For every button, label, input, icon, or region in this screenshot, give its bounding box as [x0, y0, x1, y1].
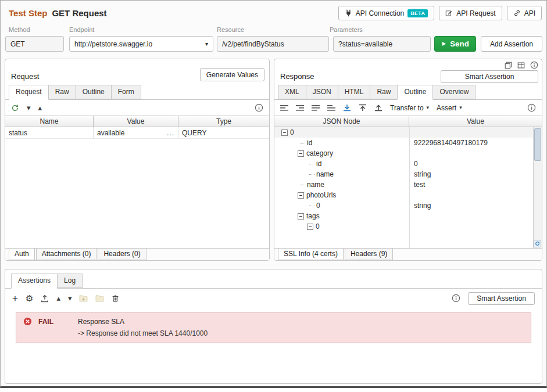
param-value-text: available	[97, 129, 124, 137]
move-down-icon[interactable]: ▾	[68, 294, 72, 302]
smart-assertion-button-assertions[interactable]: Smart Assertion	[468, 292, 535, 305]
tab-ssl-info[interactable]: SSL Info (4 certs)	[278, 249, 344, 260]
json-node-label: photoUrls	[306, 191, 336, 199]
assertions-info-icon[interactable]	[452, 294, 460, 303]
scroll-to-bottom-icon[interactable]	[343, 104, 351, 112]
smart-assertion-label: Smart Assertion	[477, 294, 526, 303]
tab-raw-response[interactable]: Raw	[370, 85, 398, 99]
tab-overview[interactable]: Overview	[432, 85, 476, 99]
api-request-button[interactable]: API Request	[439, 6, 502, 20]
tree-row[interactable]: name test	[274, 179, 542, 190]
assertion-message: -> Response did not meet SLA 1440/1000	[78, 329, 531, 337]
endpoint-combobox[interactable]: http://petstore.swagger.io ▾	[69, 36, 213, 52]
request-panel-header: Request Generate Values	[5, 59, 269, 85]
add-assertion-button[interactable]: Add Assertion	[481, 36, 542, 52]
assert-label: Assert	[437, 104, 456, 112]
generate-values-button[interactable]: Generate Values	[200, 68, 264, 81]
tab-assertions[interactable]: Assertions	[11, 274, 58, 289]
chevron-up-icon[interactable]: ▴	[38, 104, 42, 112]
api-request-label: API Request	[456, 9, 495, 17]
chevron-down-icon[interactable]: ▾	[27, 104, 31, 112]
assert-dropdown[interactable]: Assert ▾	[437, 104, 462, 112]
api-connection-label: API Connection	[356, 9, 404, 17]
edit-value-button[interactable]: ...	[167, 129, 174, 137]
float-panel-icon[interactable]	[505, 62, 512, 69]
smart-assertion-button[interactable]: Smart Assertion	[441, 70, 538, 83]
tab-html[interactable]: HTML	[338, 85, 371, 99]
json-node-value: test	[409, 181, 542, 189]
tab-raw[interactable]: Raw	[48, 85, 76, 99]
tree-row[interactable]: name string	[274, 169, 542, 179]
import-assertion-icon[interactable]	[41, 294, 49, 303]
parameters-field[interactable]: ?status=available	[333, 36, 431, 52]
tab-auth[interactable]: Auth	[9, 249, 35, 260]
param-name-cell[interactable]: status	[5, 127, 94, 138]
scroll-to-top-icon[interactable]	[359, 104, 367, 112]
tree-row[interactable]: id 0	[274, 159, 542, 169]
tree-row[interactable]: 0 string	[274, 200, 542, 211]
collapse-expander-icon[interactable]	[281, 130, 288, 136]
tree-row[interactable]: photoUrls	[274, 190, 542, 200]
param-value-cell[interactable]: available ...	[94, 127, 178, 138]
json-node-label: id	[307, 139, 312, 147]
tab-headers[interactable]: Headers (0)	[98, 249, 146, 260]
response-panel-info-icon[interactable]	[530, 61, 538, 69]
column-header-name[interactable]: Name	[5, 116, 94, 127]
tab-json[interactable]: JSON	[306, 85, 338, 99]
gear-icon[interactable]: ⚙	[26, 294, 33, 303]
tree-row[interactable]: category	[274, 148, 542, 159]
generate-values-label: Generate Values	[206, 71, 258, 79]
collapse-expander-icon[interactable]	[298, 213, 304, 220]
collapse-expander-icon[interactable]	[307, 224, 313, 230]
expand-all-icon[interactable]	[280, 105, 288, 112]
column-header-json-node[interactable]: JSON Node	[274, 116, 409, 127]
collapse-all-icon[interactable]	[296, 105, 304, 112]
expand-children-icon[interactable]	[312, 105, 320, 112]
tab-outline[interactable]: Outline	[76, 85, 112, 99]
delete-assertion-icon[interactable]	[112, 294, 119, 303]
assertion-entry[interactable]: FAIL Response SLA -> Response did not me…	[16, 312, 531, 343]
scrollbar-thumb[interactable]	[534, 128, 541, 161]
tab-outline-response[interactable]: Outline	[397, 85, 433, 100]
table-row[interactable]: status available ... QUERY	[5, 127, 269, 139]
request-info-icon[interactable]	[255, 103, 263, 112]
tree-row[interactable]: 0	[274, 221, 542, 232]
add-assertion-icon[interactable]: +	[12, 293, 18, 303]
tree-row[interactable]: 0	[274, 127, 542, 138]
column-header-type[interactable]: Type	[178, 116, 269, 127]
collapse-children-icon[interactable]	[327, 105, 335, 112]
tab-log[interactable]: Log	[57, 274, 83, 288]
tab-xml[interactable]: XML	[278, 85, 306, 99]
tree-row[interactable]: tags	[274, 211, 542, 221]
response-info-icon[interactable]	[527, 103, 536, 112]
beta-badge: BETA	[407, 9, 428, 17]
resource-field[interactable]: /v2/pet/findByStatus	[217, 36, 329, 52]
tab-response-headers[interactable]: Headers (9)	[345, 249, 393, 260]
collapse-expander-icon[interactable]	[298, 192, 304, 199]
assertions-tabstrip: Assertions Log	[5, 269, 542, 289]
response-bottom-tabs: SSL Info (4 certs) Headers (9)	[274, 248, 542, 260]
tab-form[interactable]: Form	[111, 85, 141, 99]
api-label: API	[524, 9, 535, 17]
json-node-label: name	[307, 181, 324, 189]
assert-arrow-icon: ▾	[459, 105, 462, 110]
tab-request[interactable]: Request	[9, 85, 49, 100]
api-connection-button[interactable]: API Connection BETA	[338, 6, 434, 20]
tree-row[interactable]: id 9222968140497180179	[274, 138, 542, 148]
send-button[interactable]: Send	[434, 36, 476, 52]
api-button[interactable]: API	[507, 6, 542, 20]
scroll-corner-button[interactable]	[534, 240, 541, 247]
refresh-icon[interactable]	[11, 104, 19, 112]
assertion-name: Response SLA	[78, 318, 531, 326]
vertical-scrollbar[interactable]	[533, 127, 542, 248]
column-header-value[interactable]: Value	[94, 116, 178, 127]
combobox-arrow-icon[interactable]: ▾	[205, 41, 208, 47]
move-up-icon[interactable]: ▴	[56, 294, 60, 302]
table-layout-icon[interactable]	[517, 62, 525, 69]
collapse-to-selection-icon[interactable]	[374, 104, 382, 112]
transfer-to-dropdown[interactable]: Transfer to ▾	[390, 104, 429, 112]
column-header-node-value[interactable]: Value	[409, 116, 542, 127]
param-type-cell[interactable]: QUERY	[178, 127, 269, 138]
collapse-expander-icon[interactable]	[298, 150, 304, 157]
tab-attachments[interactable]: Attachments (0)	[36, 249, 97, 260]
